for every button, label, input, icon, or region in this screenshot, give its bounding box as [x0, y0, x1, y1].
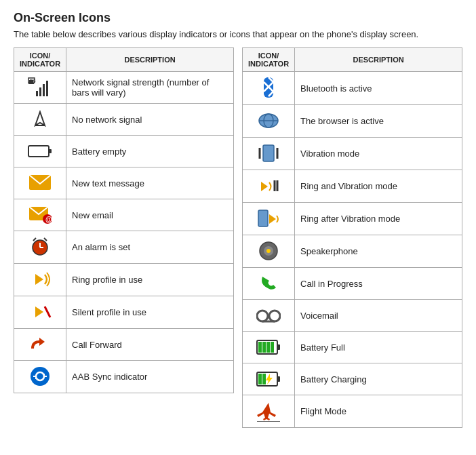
svg-rect-47: [262, 342, 266, 353]
description-cell: The browser is active: [295, 105, 462, 138]
battery-charging-icon: [243, 363, 295, 395]
description-cell: No network signal: [66, 104, 234, 136]
ring-vibration-icon: [243, 170, 295, 203]
svg-marker-37: [269, 214, 276, 224]
description-cell: New email: [66, 199, 234, 231]
svg-text:EIG: EIG: [30, 79, 36, 83]
table-row: Battery Charging: [243, 363, 462, 395]
ring-profile-icon: [14, 264, 66, 296]
svg-line-18: [33, 238, 36, 241]
svg-rect-52: [258, 374, 262, 384]
aab-sync-icon: [14, 361, 66, 393]
table-row: Flight Mode: [243, 395, 462, 428]
description-cell: Call Forward: [66, 329, 234, 361]
description-cell: Voicemail: [295, 300, 462, 332]
svg-rect-53: [262, 374, 266, 384]
description-cell: Network signal strength (number of bars …: [66, 72, 234, 104]
description-cell: Ring profile in use: [66, 264, 234, 296]
description-cell: An alarm is set: [66, 231, 234, 264]
table-row: Silent profile in use: [14, 296, 234, 329]
vibration-mode-icon: [243, 138, 295, 170]
battery-empty-icon: [14, 136, 66, 167]
description-cell: Ring after Vibration mode: [295, 203, 462, 235]
svg-rect-49: [271, 342, 274, 353]
table-row: Speakerphone: [243, 235, 462, 268]
description-cell: Vibration mode: [295, 138, 462, 170]
svg-text:@: @: [45, 216, 52, 223]
svg-rect-2: [36, 91, 38, 96]
table-row: New text message: [14, 167, 234, 199]
svg-rect-3: [39, 87, 41, 96]
description-cell: Flight Mode: [295, 395, 462, 428]
call-forward-icon: [14, 329, 66, 361]
right-table: ICON/INDICATOR DESCRIPTION Bluetooth is …: [242, 47, 462, 428]
table-row: Vibration mode: [243, 138, 462, 170]
table-row: Ring after Vibration mode: [243, 203, 462, 235]
network-signal-icon: EIG: [14, 72, 66, 104]
table-row: AAB Sync indicator: [14, 361, 234, 393]
svg-point-42: [269, 311, 280, 321]
svg-line-19: [44, 238, 47, 241]
description-cell: Call in Progress: [295, 268, 462, 300]
table-row: Call Forward: [14, 329, 234, 361]
battery-full-icon: [243, 332, 295, 363]
table-row: Call in Progress: [243, 268, 462, 300]
table-row: Bluetooth is active: [243, 72, 462, 105]
description-cell: Battery Full: [295, 332, 462, 363]
svg-point-40: [266, 249, 271, 253]
svg-rect-48: [266, 342, 270, 353]
description-cell: AAB Sync indicator: [66, 361, 234, 393]
browser-icon: [243, 105, 295, 138]
table-row: The browser is active: [243, 105, 462, 138]
table-row: An alarm is set: [14, 231, 234, 264]
left-table: ICON/INDICATOR DESCRIPTION EIG Network s…: [14, 47, 234, 393]
svg-rect-46: [258, 342, 262, 353]
svg-marker-33: [261, 182, 268, 191]
svg-marker-54: [266, 374, 273, 384]
new-email-icon: @: [14, 199, 66, 231]
svg-rect-9: [28, 146, 49, 157]
page-title: On-Screen Icons: [14, 11, 462, 25]
description-cell: Battery Charging: [295, 363, 462, 395]
svg-rect-51: [277, 376, 280, 382]
description-cell: Bluetooth is active: [295, 72, 462, 105]
description-cell: Speakerphone: [295, 235, 462, 268]
speakerphone-icon: [243, 235, 295, 268]
svg-marker-20: [35, 274, 43, 285]
description-cell: Battery empty: [66, 136, 234, 167]
table-row: Battery empty: [14, 136, 234, 167]
flight-mode-icon: [243, 395, 295, 428]
table-row: Ring and Vibration mode: [243, 170, 462, 203]
svg-rect-30: [263, 145, 274, 161]
page-description: The table below describes various displa…: [14, 29, 462, 39]
svg-point-41: [257, 311, 268, 321]
left-icon-header: ICON/INDICATOR: [14, 48, 66, 72]
svg-rect-10: [49, 149, 52, 153]
table-row: Ring profile in use: [14, 264, 234, 296]
svg-marker-21: [35, 306, 43, 317]
tables-wrapper: ICON/INDICATOR DESCRIPTION EIG Network s…: [14, 47, 462, 428]
ring-after-vibration-icon: [243, 203, 295, 235]
right-icon-header: ICON/INDICATOR: [243, 48, 295, 72]
silent-profile-icon: [14, 296, 66, 329]
svg-line-22: [45, 306, 50, 317]
svg-rect-5: [46, 81, 48, 96]
bluetooth-icon: [243, 72, 295, 105]
right-desc-header: DESCRIPTION: [295, 48, 462, 72]
svg-rect-4: [43, 84, 45, 96]
svg-rect-45: [277, 344, 280, 350]
description-cell: Ring and Vibration mode: [295, 170, 462, 203]
svg-rect-36: [258, 210, 268, 226]
no-network-icon: [14, 104, 66, 136]
description-cell: New text message: [66, 167, 234, 199]
table-row: No network signal: [14, 104, 234, 136]
new-text-message-icon: [14, 167, 66, 199]
alarm-icon: [14, 231, 66, 264]
table-row: EIG Network signal strength (number of b…: [14, 72, 234, 104]
table-row: Battery Full: [243, 332, 462, 363]
voicemail-icon: [243, 300, 295, 332]
call-progress-icon: [243, 268, 295, 300]
description-cell: Silent profile in use: [66, 296, 234, 329]
left-desc-header: DESCRIPTION: [66, 48, 234, 72]
table-row: @ New email: [14, 199, 234, 231]
